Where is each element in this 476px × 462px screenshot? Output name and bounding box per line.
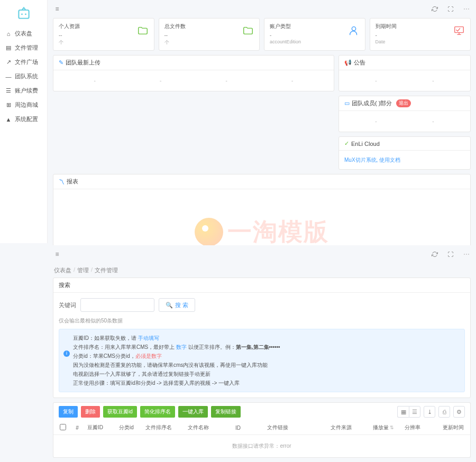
alert-text: 电视剧选择一个入库就够了，其余请通过复制链接手动更新 [73, 369, 459, 378]
more-button[interactable]: ⋯ [462, 5, 471, 13]
grid-view-button[interactable]: ▦ [397, 406, 409, 418]
panel-title: 团队成员( )部分 [352, 99, 392, 107]
stat-title: 总文件数 [164, 23, 254, 30]
alert-text: 豆瓣ID：如果获取失败，请 [73, 335, 138, 341]
sidebar-item-billing[interactable]: ☰账户续费 [0, 84, 47, 98]
col-plays[interactable]: 播放量⇅ [371, 424, 402, 431]
check-icon: ✓ [344, 140, 349, 147]
panel-title: 公告 [354, 59, 365, 67]
stat-card-account: 账户类型 - accountEdition [264, 18, 365, 51]
refresh-button[interactable] [431, 250, 439, 258]
watermark-text: 一淘模版 [227, 216, 329, 248]
svg-point-1 [21, 13, 23, 15]
sidebar: ⌂仪表盘 ▤文件管理 ↗文件广场 —团队系统 ☰账户续费 ⊞周边商城 ▲系统配置 [0, 0, 48, 243]
search-panel: 搜索 关键词 🔍搜 索 仅会输出最相似的50条数据 i 豆瓣ID：如果获取失败，… [53, 278, 471, 398]
table-toolbar: 复制 删除 获取豆瓣id 简化排序名 一键入库 复制链接 ▦ ☰ ⤓ ⎙ ⚙ [53, 402, 471, 421]
search-tip: 仅会输出最相似的50条数据 [53, 317, 470, 329]
breadcrumb: 仪表盘/ 管理/ 文件管理 [48, 263, 476, 278]
panel-title: EnLi Cloud [351, 141, 380, 147]
upload-placeholder: ---- [59, 76, 328, 86]
svg-point-2 [25, 13, 26, 15]
copy-button[interactable]: 复制 [59, 406, 78, 418]
svg-rect-0 [19, 10, 29, 19]
pencil-icon: ✎ [59, 59, 63, 66]
folder-icon: ▤ [5, 45, 12, 51]
announce-placeholder: -- [344, 76, 465, 86]
search-input[interactable] [80, 298, 154, 312]
sidebar-label: 系统配置 [15, 115, 38, 123]
col-sortname[interactable]: 文件排序名 [143, 424, 186, 431]
sidebar-item-team[interactable]: —团队系统 [0, 69, 47, 84]
col-resolution[interactable]: 分辨率 [402, 424, 429, 431]
alert-text: 正常使用步骤：填写豆瓣id和分类id -> 选择需要入库的视频 -> 一键入库 [73, 378, 459, 387]
alert-text: 因为没做检测是否重复的功能，请确保苹果cms内没有该视频，再使用一键入库功能 [73, 361, 459, 369]
stat-unit: 个 [59, 39, 149, 46]
stat-unit: Date [376, 39, 465, 44]
breadcrumb-item[interactable]: 管理 [77, 266, 89, 274]
stat-card-expire: 到期时间 - Date [370, 18, 471, 51]
search-button[interactable]: 🔍搜 索 [159, 298, 195, 312]
stat-title: 个人资源 [59, 23, 149, 30]
col-source[interactable]: 文件来源 [328, 424, 371, 431]
folder-outline-icon [242, 25, 254, 36]
simplify-button[interactable]: 简化排序名 [140, 406, 175, 418]
stat-cards: 个人资源 -- 个 总文件数 -- 个 账户类型 - accountEditio… [48, 18, 476, 51]
collapse-button[interactable]: ≡ [53, 250, 61, 258]
print-button[interactable]: ⎙ [438, 406, 450, 418]
breadcrumb-item[interactable]: 仪表盘 [54, 266, 71, 274]
get-douban-button[interactable]: 获取豆瓣id [103, 406, 137, 418]
sidebar-item-dashboard[interactable]: ⌂仪表盘 [0, 26, 47, 41]
table-empty-msg: 数据接口请求异常：error [53, 435, 470, 457]
team-icon: — [5, 73, 12, 80]
panel-title: 团队最新上传 [66, 59, 100, 67]
sidebar-item-square[interactable]: ↗文件广场 [0, 55, 47, 69]
monitor-icon [453, 25, 465, 36]
sidebar-item-files[interactable]: ▤文件管理 [0, 41, 47, 55]
panel-title: 搜索 [53, 278, 470, 293]
more-button[interactable]: ⋯ [462, 250, 471, 258]
sidebar-label: 周边商城 [15, 101, 38, 109]
sidebar-label: 仪表盘 [15, 30, 32, 38]
alert-highlight: 数字 [176, 344, 187, 350]
import-button[interactable]: 一键入库 [178, 406, 208, 418]
settings-button[interactable]: ⚙ [453, 406, 465, 418]
export-button[interactable]: ⤓ [424, 406, 435, 418]
members-panel: ▭团队成员( )部分退出 -- [338, 96, 471, 132]
info-alert: i 豆瓣ID：如果获取失败，请 手动填写 文件排序名：用来入库苹果CMS，最好带… [59, 329, 465, 392]
topbar: ≡ ⋯ [48, 245, 476, 263]
sidebar-label: 文件管理 [15, 44, 38, 52]
list-view-button[interactable]: ☰ [409, 406, 420, 418]
sidebar-item-config[interactable]: ▲系统配置 [0, 112, 47, 126]
sidebar-item-shop[interactable]: ⊞周边商城 [0, 98, 47, 112]
col-category[interactable]: 分类id [117, 424, 143, 431]
share-icon: ↗ [5, 59, 12, 66]
breadcrumb-item: 文件管理 [95, 266, 118, 274]
docs-link[interactable]: MuX切片系统, 使用文档 [344, 157, 400, 163]
svg-point-3 [352, 27, 355, 31]
stat-value: -- [59, 32, 149, 38]
alert-warning: 必须是数字 [135, 353, 162, 359]
col-douban[interactable]: 豆瓣ID [85, 424, 117, 431]
stat-value: -- [164, 32, 254, 38]
file-table: # 豆瓣ID 分类id 文件排序名 文件名称 ID 文件链接 文件来源 播放量⇅… [53, 421, 471, 458]
col-index: # [69, 425, 85, 431]
col-updated[interactable]: 更新时间 [429, 424, 466, 431]
col-link[interactable]: 文件链接 [265, 424, 328, 431]
fullscreen-button[interactable] [446, 5, 455, 13]
select-all-checkbox[interactable] [60, 424, 66, 430]
col-filename[interactable]: 文件名称 [186, 424, 233, 431]
refresh-button[interactable] [431, 5, 439, 13]
topbar: ≡ ⋯ [48, 0, 476, 18]
folder-outline-icon [137, 25, 149, 36]
stat-card-personal: 个人资源 -- 个 [53, 18, 154, 51]
table-header: # 豆瓣ID 分类id 文件排序名 文件名称 ID 文件链接 文件来源 播放量⇅… [53, 421, 470, 435]
copy-link-button[interactable]: 复制链接 [211, 406, 241, 418]
col-id[interactable]: ID [233, 425, 265, 431]
alert-link[interactable]: 手动填写 [138, 335, 159, 341]
user-outline-icon [348, 25, 360, 36]
watermark-logo-icon [195, 218, 223, 246]
fullscreen-button[interactable] [446, 250, 455, 258]
collapse-button[interactable]: ≡ [53, 5, 61, 13]
delete-button[interactable]: 删除 [81, 406, 100, 418]
quit-badge[interactable]: 退出 [396, 99, 411, 107]
